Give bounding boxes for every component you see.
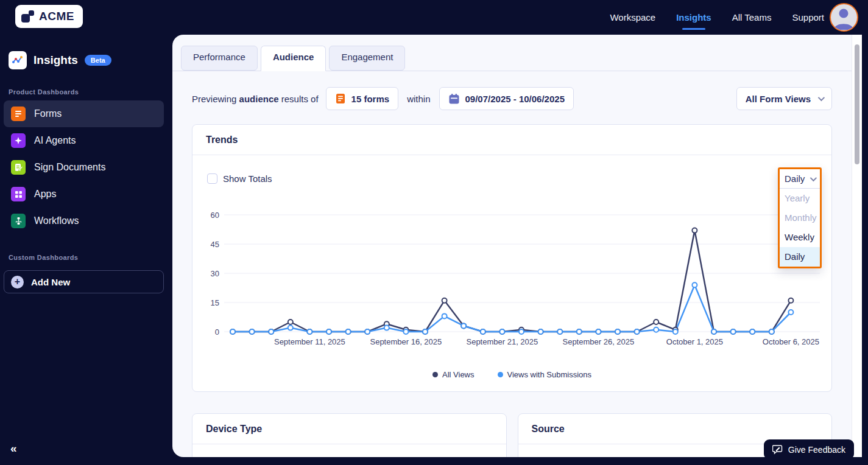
data-point-marker <box>269 329 273 334</box>
legend-item[interactable]: All Views <box>432 370 475 379</box>
x-axis-tick-label: September 26, 2025 <box>562 337 634 346</box>
x-axis-tick-label: September 16, 2025 <box>370 337 442 346</box>
tab-audience[interactable]: Audience <box>261 46 326 71</box>
data-point-marker <box>326 329 331 334</box>
legend-dot <box>432 372 438 377</box>
nav-insights[interactable]: Insights <box>676 9 711 26</box>
calendar-icon <box>448 93 460 105</box>
x-axis-tick-label: September 11, 2025 <box>274 337 345 346</box>
add-new-dashboard-button[interactable]: + Add New <box>4 270 164 293</box>
data-point-marker <box>538 329 543 334</box>
top-navigation-bar: ACME Workspace Insights All Teams Suppor… <box>0 0 868 35</box>
nav-all-teams[interactable]: All Teams <box>732 9 772 26</box>
person-icon <box>831 4 856 30</box>
data-point-marker <box>442 298 447 303</box>
filter-description: Previewing audience results of <box>192 94 319 104</box>
sidebar-item-sign-documents[interactable]: Sign Documents <box>4 154 164 181</box>
data-point-marker <box>384 326 389 330</box>
form-views-dropdown[interactable]: All Form Views <box>736 87 832 110</box>
data-point-marker <box>461 323 466 328</box>
x-axis-tick-label: October 6, 2025 <box>763 337 819 346</box>
device-type-card: Device Type <box>192 413 507 457</box>
data-point-marker <box>788 298 793 303</box>
legend-label: All Views <box>442 370 475 379</box>
acme-logo[interactable]: ACME <box>15 5 83 28</box>
tab-engagement[interactable]: Engagement <box>329 46 405 71</box>
chevron-down-icon <box>818 94 825 101</box>
data-point-marker <box>692 282 697 287</box>
apps-icon <box>11 187 26 201</box>
sidebar-header: Insights Beta <box>9 51 111 69</box>
interval-option-weekly[interactable]: Weekly <box>780 228 820 247</box>
plus-icon: + <box>11 276 24 288</box>
forms-icon <box>11 107 26 121</box>
data-point-marker <box>499 329 504 334</box>
workflows-icon <box>11 214 26 228</box>
date-range-button[interactable]: 09/07/2025 - 10/06/2025 <box>439 87 574 110</box>
sidebar-collapse-button[interactable]: « <box>10 442 17 455</box>
data-point-marker <box>769 329 774 334</box>
data-point-marker <box>635 329 640 334</box>
data-point-marker <box>750 329 755 334</box>
interval-dropdown-highlighted: Daily Yearly Monthly Weekly Daily <box>778 167 822 268</box>
device-type-card-title: Device Type <box>192 414 506 444</box>
data-point-marker <box>711 329 716 334</box>
trends-card: Trends Show Totals Daily Yearly Monthly … <box>192 124 832 392</box>
data-point-marker <box>596 329 601 334</box>
sidebar: Insights Beta Product Dashboards Forms A… <box>0 35 172 465</box>
sidebar-item-label: Workflows <box>34 215 79 226</box>
data-point-marker <box>288 320 293 324</box>
data-point-marker <box>481 329 485 334</box>
sidebar-item-apps[interactable]: Apps <box>4 181 164 208</box>
data-point-marker <box>788 310 793 315</box>
ai-agents-icon <box>11 133 26 148</box>
legend-label: Views with Submissions <box>507 370 591 379</box>
give-feedback-button[interactable]: Give Feedback <box>764 439 854 460</box>
feedback-icon <box>772 444 783 455</box>
user-avatar[interactable] <box>830 3 858 32</box>
custom-dashboards-label: Custom Dashboards <box>9 254 78 261</box>
interval-option-monthly: Monthly <box>780 208 820 228</box>
sidebar-item-label: AI Agents <box>34 135 76 146</box>
data-point-marker <box>442 313 447 318</box>
sidebar-menu: Forms AI Agents Sign Documents Apps Work… <box>4 100 164 234</box>
chevron-down-icon <box>810 174 817 181</box>
sidebar-item-ai-agents[interactable]: AI Agents <box>4 127 164 154</box>
acme-logo-icon <box>21 10 35 23</box>
series-line <box>233 285 791 332</box>
interval-dropdown-trigger[interactable]: Daily <box>780 169 820 189</box>
x-axis-tick-label: September 21, 2025 <box>466 337 538 346</box>
y-axis-tick-label: 0 <box>215 327 219 337</box>
scrollbar-thumb[interactable] <box>855 44 859 164</box>
data-point-marker <box>250 329 255 334</box>
data-point-marker <box>365 329 370 334</box>
acme-logo-text: ACME <box>39 10 74 23</box>
sidebar-item-forms[interactable]: Forms <box>4 100 164 127</box>
chart-legend: All ViewsViews with Submissions <box>192 370 831 379</box>
data-point-marker <box>654 327 658 332</box>
data-point-marker <box>403 329 408 334</box>
nav-support[interactable]: Support <box>792 9 824 26</box>
y-axis-tick-label: 15 <box>211 298 219 307</box>
product-dashboards-label: Product Dashboards <box>9 88 79 96</box>
sidebar-item-workflows[interactable]: Workflows <box>4 208 164 234</box>
sidebar-item-label: Apps <box>34 189 56 200</box>
data-point-marker <box>557 329 562 334</box>
interval-option-daily[interactable]: Daily <box>780 247 820 267</box>
nav-workspace[interactable]: Workspace <box>610 9 655 26</box>
data-point-marker <box>673 329 678 334</box>
legend-item[interactable]: Views with Submissions <box>498 370 591 379</box>
sidebar-item-label: Forms <box>34 108 62 119</box>
top-nav-links: Workspace Insights All Teams Support <box>610 0 824 35</box>
vertical-scrollbar[interactable] <box>852 35 862 457</box>
tab-performance[interactable]: Performance <box>181 46 258 71</box>
show-totals-checkbox[interactable] <box>207 173 217 184</box>
forms-filter-button[interactable]: 15 forms <box>326 87 399 110</box>
insights-app-icon <box>9 51 27 69</box>
data-point-marker <box>654 320 658 324</box>
data-point-marker <box>692 228 697 233</box>
data-point-marker <box>519 329 524 334</box>
show-totals-control: Show Totals <box>207 173 272 184</box>
interval-option-yearly: Yearly <box>780 189 820 208</box>
data-point-marker <box>230 329 235 334</box>
